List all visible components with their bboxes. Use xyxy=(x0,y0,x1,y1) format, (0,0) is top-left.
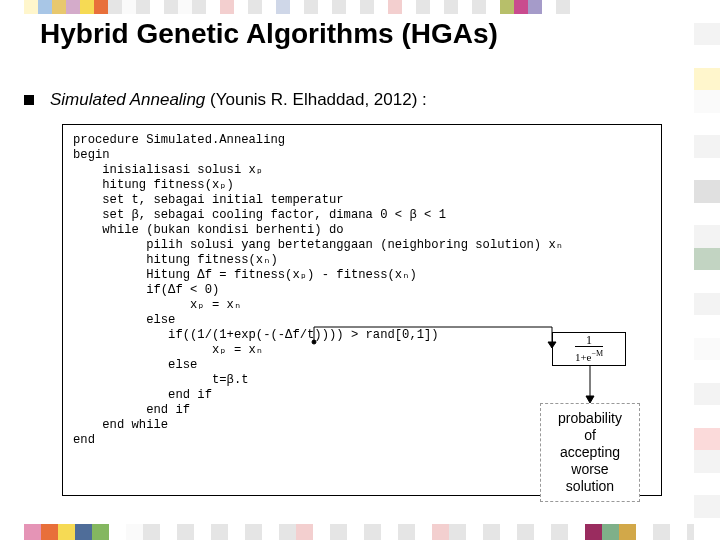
formula-callout: 1 1+e−M xyxy=(552,332,626,366)
subtitle-italic: Simulated Annealing xyxy=(50,90,205,109)
bottom-deco-strip xyxy=(24,524,704,540)
formula-numerator: 1 xyxy=(575,335,603,346)
top-deco-strip xyxy=(24,0,584,14)
bullet-square-icon xyxy=(24,95,34,105)
formula-denominator: 1+e−M xyxy=(575,346,603,363)
page-title: Hybrid Genetic Algorithms (HGAs) xyxy=(40,18,680,50)
subtitle-text: Simulated Annealing (Younis R. Elhaddad,… xyxy=(50,90,427,110)
side-deco-strip xyxy=(694,0,720,540)
subtitle-rest: (Younis R. Elhaddad, 2012) : xyxy=(205,90,426,109)
subtitle-row: Simulated Annealing (Younis R. Elhaddad,… xyxy=(24,90,427,110)
probability-note: probabilityofacceptingworsesolution xyxy=(540,403,640,502)
